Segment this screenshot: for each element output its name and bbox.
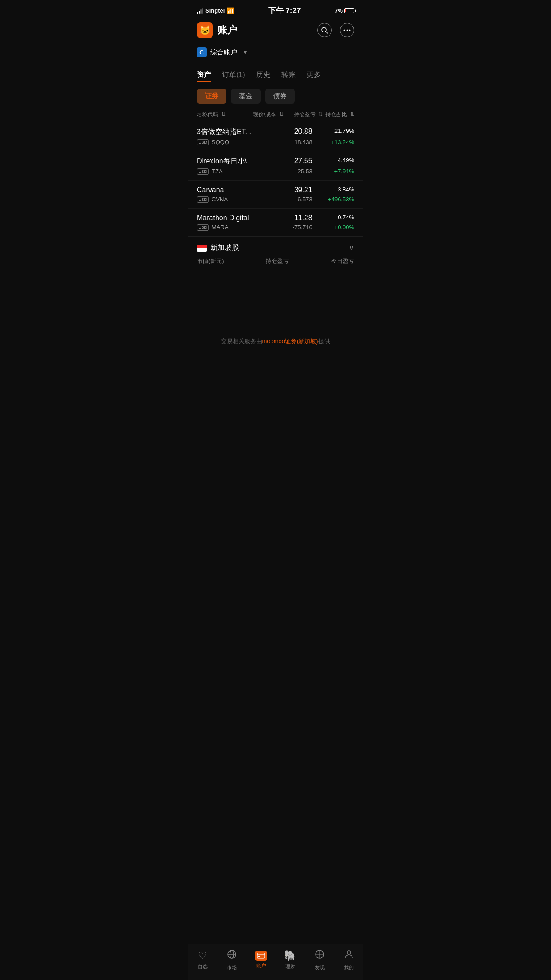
sort-pnl-icon: ⇅: [318, 111, 323, 118]
stock-ratio-tza: 4.49%: [312, 157, 354, 163]
tab-more[interactable]: 更多: [307, 70, 321, 80]
th-name-code[interactable]: 名称代码 ⇅: [197, 111, 244, 118]
filter-bonds[interactable]: 债券: [265, 89, 295, 104]
account-type-icon: C: [197, 47, 207, 57]
svg-line-1: [326, 32, 328, 33]
carrier-label: Singtel: [205, 7, 225, 14]
stock-name-tza: Direxion每日小\...: [197, 157, 260, 166]
wifi-icon: 📶: [226, 7, 234, 14]
battery-percentage: 7%: [335, 8, 343, 14]
sort-ratio-icon: ⇅: [350, 111, 354, 118]
ticker-sqqq: SQQQ: [212, 139, 229, 145]
stock-cost-tza: 25.53: [260, 168, 312, 175]
svg-point-2: [344, 30, 345, 31]
stock-ratio-mara: 0.74%: [312, 214, 354, 221]
status-right: 7%: [335, 8, 354, 14]
account-icon-letter: C: [199, 49, 203, 56]
usd-badge-cvna: USD: [197, 196, 209, 203]
stock-cost-sqqq: 18.438: [260, 139, 312, 145]
stock-list: 3倍做空纳指ET... 20.88 21.79% USD SQQQ 18.438…: [188, 122, 363, 236]
status-left: Singtel 📶: [197, 7, 234, 14]
usd-badge-tza: USD: [197, 168, 209, 175]
stock-ticker-row-sqqq: USD SQQQ: [197, 139, 260, 145]
tab-transfer[interactable]: 转账: [281, 70, 296, 80]
ticker-mara: MARA: [212, 224, 229, 231]
ticker-tza: TZA: [212, 168, 223, 175]
page-title: 账户: [217, 23, 237, 37]
stock-cost-cvna: 6.573: [260, 196, 312, 203]
sort-name-icon: ⇅: [221, 111, 226, 118]
status-bar: Singtel 📶 下午 7:27 7%: [188, 0, 363, 18]
ticker-cvna: CVNA: [212, 196, 228, 203]
filter-funds[interactable]: 基金: [231, 89, 261, 104]
account-selector[interactable]: C 综合账户 ▼: [188, 44, 363, 63]
stock-row-tza[interactable]: Direxion每日小\... 27.55 4.49% USD TZA 25.5…: [188, 151, 363, 181]
ellipsis-icon: [343, 29, 351, 31]
stock-row-cvna[interactable]: Carvana 39.21 3.84% USD CVNA 6.573 +496.…: [188, 181, 363, 209]
position-pnl-label: 持仓盈亏: [266, 257, 289, 265]
empty-area: [188, 274, 363, 328]
more-button[interactable]: [340, 23, 354, 37]
th-position-pnl[interactable]: 持仓盈亏 ⇅: [284, 111, 323, 118]
stock-price-cvna: 39.21: [260, 186, 312, 194]
footer-disclaimer: 交易相关服务由moomoo证券(新加坡)提供: [188, 328, 363, 354]
stock-ratio-cvna: 3.84%: [312, 186, 354, 193]
tab-orders[interactable]: 订单(1): [222, 70, 245, 80]
stock-name-sqqq: 3倍做空纳指ET...: [197, 127, 260, 137]
stock-row-mara[interactable]: Marathon Digital 11.28 0.74% USD MARA -7…: [188, 209, 363, 236]
today-pnl-label: 今日盈亏: [331, 257, 354, 265]
stock-gain-mara: +0.00%: [312, 224, 354, 231]
stock-ticker-row-cvna: USD CVNA: [197, 196, 260, 203]
svg-point-4: [349, 30, 351, 31]
chevron-down-icon: ▼: [243, 49, 248, 55]
stock-gain-cvna: +496.53%: [312, 196, 354, 203]
header: 🐱 账户: [188, 18, 363, 44]
sort-price-icon: ⇅: [279, 111, 284, 118]
header-left: 🐱 账户: [197, 22, 237, 38]
filter-securities[interactable]: 证券: [197, 89, 226, 104]
th-position-ratio[interactable]: 持仓占比 ⇅: [323, 111, 354, 118]
sg-section-title: 新加坡股: [197, 243, 239, 253]
sg-stocks-header[interactable]: 新加坡股 ∨: [188, 236, 363, 254]
stock-cost-mara: -75.716: [260, 224, 312, 231]
usd-badge-sqqq: USD: [197, 139, 209, 145]
th-price-cost[interactable]: 现价/成本 ⇅: [244, 111, 284, 118]
stock-row-sqqq[interactable]: 3倍做空纳指ET... 20.88 21.79% USD SQQQ 18.438…: [188, 122, 363, 151]
tab-bar: 资产 订单(1) 历史 转账 更多: [188, 63, 363, 83]
svg-point-3: [347, 30, 348, 31]
stock-name-cvna: Carvana: [197, 186, 260, 194]
clock: 下午 7:27: [268, 5, 301, 16]
app-logo: 🐱: [197, 22, 213, 38]
header-actions: [317, 23, 354, 37]
account-name: 综合账户: [210, 48, 237, 57]
signal-icon: [197, 8, 203, 14]
stock-gain-tza: +7.91%: [312, 168, 354, 175]
stock-price-sqqq: 20.88: [260, 127, 312, 136]
battery-icon: [344, 8, 354, 13]
stock-gain-sqqq: +13.24%: [312, 139, 354, 145]
chevron-sg-icon[interactable]: ∨: [349, 244, 354, 252]
stock-price-tza: 27.55: [260, 157, 312, 165]
table-header: 名称代码 ⇅ 现价/成本 ⇅ 持仓盈亏 ⇅ 持仓占比 ⇅: [188, 107, 363, 122]
tab-assets[interactable]: 资产: [197, 70, 211, 80]
stock-ticker-row-tza: USD TZA: [197, 168, 260, 175]
tab-history[interactable]: 历史: [256, 70, 271, 80]
singapore-flag-icon: [197, 245, 207, 252]
market-value-label: 市值(新元): [197, 257, 224, 265]
search-icon: [321, 27, 328, 34]
usd-badge-mara: USD: [197, 224, 209, 231]
stock-name-mara: Marathon Digital: [197, 214, 260, 222]
stock-ticker-row-mara: USD MARA: [197, 224, 260, 231]
sg-summary-row: 市值(新元) 持仓盈亏 今日盈亏: [188, 254, 363, 274]
stock-ratio-sqqq: 21.79%: [312, 127, 354, 134]
filter-row: 证券 基金 债券: [188, 83, 363, 107]
search-button[interactable]: [317, 23, 332, 37]
stock-price-mara: 11.28: [260, 214, 312, 222]
